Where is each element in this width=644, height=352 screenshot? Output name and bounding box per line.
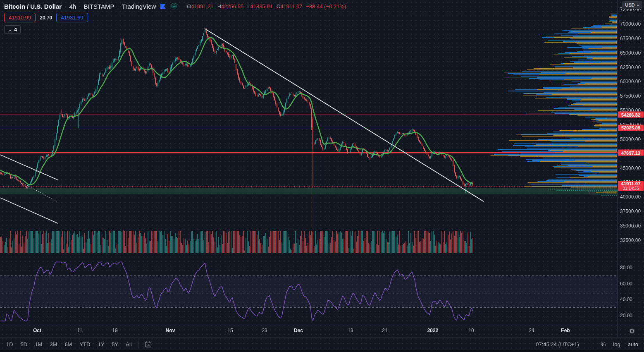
toolbar-divider xyxy=(590,340,590,348)
range-button-1y[interactable]: 1Y xyxy=(95,340,107,349)
price-level-label[interactable]: 54286.82 xyxy=(618,112,644,118)
high-value: 42256.55 xyxy=(221,3,243,10)
clock-timezone[interactable]: 07:45:24 (UTC+1) xyxy=(536,341,579,347)
currency-dropdown-button[interactable]: USD ⌄ xyxy=(622,1,642,9)
bar-countdown: 01:14:35 xyxy=(618,186,644,191)
chart-header: Bitcoin / U.S. Dollar · 4h · BITSTAMP · … xyxy=(4,2,346,10)
time-tick: 13 xyxy=(348,328,353,333)
range-button-all[interactable]: All xyxy=(123,340,134,349)
last-price-value: 41911.07 xyxy=(618,181,644,186)
exchange-label[interactable]: BITSTAMP xyxy=(84,3,114,10)
price-tick: 57500.00 xyxy=(620,93,641,99)
high-label: H xyxy=(217,3,221,10)
collapse-indicators-button[interactable]: ⌄ 4 xyxy=(4,25,21,34)
range-button-5d[interactable]: 5D xyxy=(18,340,31,349)
time-tick: Nov xyxy=(166,328,175,333)
time-tick: 2022 xyxy=(427,328,439,333)
toolbar-right: 07:45:24 (UTC+1) % log auto xyxy=(536,340,644,348)
separator-dot: · xyxy=(117,3,119,10)
time-tick: Dec xyxy=(294,328,303,333)
spread-value: 20.70 xyxy=(40,15,52,21)
indicator-tick: 40.00 xyxy=(620,297,632,302)
close-label: C xyxy=(277,3,280,10)
gear-icon[interactable]: ⚙ xyxy=(628,327,636,335)
flag-icon[interactable] xyxy=(159,2,167,10)
price-tick: 50000.00 xyxy=(620,136,641,142)
open-value: 41991.21 xyxy=(191,3,213,10)
price-tick: 70000.00 xyxy=(620,21,641,27)
tradingview-chart-page: { "header": { "symbol_title": "Bitcoin /… xyxy=(0,0,644,352)
currency-label: USD xyxy=(625,2,634,7)
indicator-tick: 80.00 xyxy=(620,265,632,271)
time-tick: 15 xyxy=(227,328,233,333)
collapsed-count: 4 xyxy=(14,26,17,33)
log-scale-button[interactable]: log xyxy=(613,341,620,347)
bottom-edge-strip xyxy=(0,350,644,352)
range-buttons: 1D5D1M3M6MYTD1Y5YAll xyxy=(0,340,135,349)
time-tick: 21 xyxy=(382,328,387,333)
range-button-6m[interactable]: 6M xyxy=(62,340,75,349)
ideas-rings-icon[interactable] xyxy=(170,2,178,10)
platform-label[interactable]: TradingView xyxy=(122,3,156,10)
range-button-ytd[interactable]: YTD xyxy=(76,340,93,349)
change-value: −88.44 (−0.21%) xyxy=(306,3,346,10)
go-to-date-icon[interactable] xyxy=(142,340,155,349)
time-tick: 19 xyxy=(112,328,117,333)
ask-price-button[interactable]: 41931.69 xyxy=(56,13,88,22)
price-tick: 60000.00 xyxy=(620,79,641,84)
time-tick: Oct xyxy=(33,328,41,333)
price-tick: 35000.00 xyxy=(620,223,641,229)
low-value: 41835.91 xyxy=(250,3,273,10)
price-tick: 37500.00 xyxy=(620,208,641,214)
price-level-label[interactable]: 47697.13 xyxy=(618,150,644,156)
time-tick: 11 xyxy=(77,328,82,333)
time-tick: Feb xyxy=(561,328,570,333)
separator-dot: · xyxy=(64,3,66,10)
close-value: 41911.07 xyxy=(280,3,302,10)
price-tick: 62500.00 xyxy=(620,65,641,70)
time-tick: 24 xyxy=(529,328,534,333)
toolbar-divider xyxy=(138,340,138,348)
main-chart-canvas[interactable] xyxy=(0,0,644,352)
time-tick: 10 xyxy=(468,328,474,333)
chevron-down-icon: ⌄ xyxy=(8,27,12,33)
chevron-down-icon: ⌄ xyxy=(636,3,639,7)
time-tick: 23 xyxy=(262,328,267,333)
price-level-label[interactable]: 52035.08 xyxy=(618,125,644,131)
range-button-5y[interactable]: 5Y xyxy=(109,340,121,349)
price-tick: 65000.00 xyxy=(620,50,641,56)
low-label: L xyxy=(247,3,250,10)
separator-dot: · xyxy=(79,3,81,10)
bid-price-button[interactable]: 41910.99 xyxy=(4,13,36,22)
auto-scale-button[interactable]: auto xyxy=(628,341,638,347)
range-button-1d[interactable]: 1D xyxy=(3,340,16,349)
bottom-toolbar: 1D5D1M3M6MYTD1Y5YAll 07:45:24 (UTC+1) % … xyxy=(0,338,644,350)
open-label: O xyxy=(187,3,191,10)
price-tick: 40000.00 xyxy=(620,194,641,200)
price-tick: 67500.00 xyxy=(620,36,641,41)
bid-ask-row: 41910.99 20.70 41931.69 xyxy=(4,13,88,22)
range-button-3m[interactable]: 3M xyxy=(47,340,60,349)
ohlc-readout: O41991.21 H42256.55 L41835.91 C41911.07 … xyxy=(187,3,346,10)
symbol-title[interactable]: Bitcoin / U.S. Dollar xyxy=(4,3,62,10)
indicator-tick: 60.00 xyxy=(620,281,632,287)
percent-scale-button[interactable]: % xyxy=(601,341,606,347)
price-tick: 32500.00 xyxy=(620,237,641,243)
range-button-1m[interactable]: 1M xyxy=(32,340,45,349)
price-tick: 45000.00 xyxy=(620,165,641,171)
interval-button[interactable]: 4h xyxy=(69,3,76,10)
last-price-label[interactable]: 41911.07 01:14:35 xyxy=(618,181,644,191)
indicator-tick: 20.00 xyxy=(620,313,632,318)
